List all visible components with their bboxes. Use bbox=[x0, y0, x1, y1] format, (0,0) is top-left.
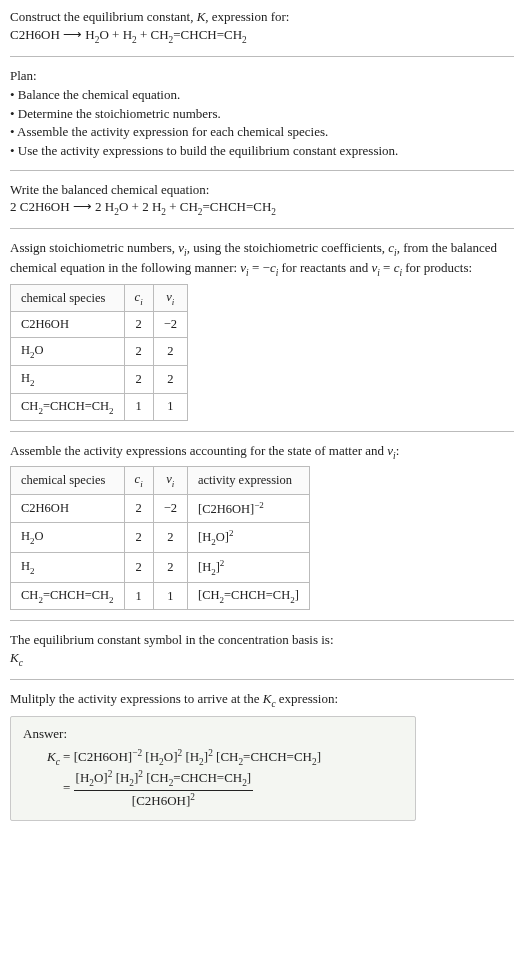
activity-cell: [H2]2 bbox=[187, 552, 309, 582]
ae-exp: 2 bbox=[220, 558, 225, 568]
num: ] bbox=[247, 771, 251, 786]
num: [H bbox=[76, 771, 90, 786]
basis-text: The equilibrium constant symbol in the c… bbox=[10, 631, 514, 649]
eq-lhs: C2H6OH bbox=[10, 27, 60, 42]
ans: [CH bbox=[213, 749, 239, 764]
stoich-text-5: for products: bbox=[402, 260, 472, 275]
fraction-denominator: [C2H6OH]2 bbox=[74, 790, 254, 810]
species-cell: C2H6OH bbox=[11, 495, 125, 523]
eq-sub: 2 bbox=[109, 594, 114, 604]
eq-arrow: ⟶ bbox=[60, 27, 86, 42]
num: [CH bbox=[143, 771, 169, 786]
bal-2: O + 2 H bbox=[119, 199, 161, 214]
ae: [CH bbox=[198, 588, 220, 602]
c-sub: c bbox=[19, 657, 23, 667]
species-cell: H2O bbox=[11, 338, 125, 366]
stoich-text-4: for reactants and bbox=[278, 260, 371, 275]
exp: 2 bbox=[190, 792, 195, 802]
kc-symbol: Kc bbox=[10, 650, 23, 665]
bal-4: =CHCH=CH bbox=[203, 199, 272, 214]
num: [H bbox=[112, 771, 129, 786]
ci-cell: 1 bbox=[124, 393, 153, 421]
col-ci: ci bbox=[124, 284, 153, 312]
num: =CHCH=CH bbox=[173, 771, 242, 786]
k: K bbox=[10, 650, 19, 665]
stoich-eq2: = bbox=[380, 260, 394, 275]
ci-cell: 2 bbox=[124, 338, 153, 366]
ae: =CHCH=CH bbox=[224, 588, 290, 602]
answer-line-1: Kc = [C2H6OH]−2 [H2O]2 [H2]2 [CH2=CHCH=C… bbox=[23, 747, 403, 769]
divider bbox=[10, 620, 514, 621]
den: [C2H6OH] bbox=[132, 793, 191, 808]
ci-cell: 2 bbox=[124, 495, 153, 523]
species-cell: C2H6OH bbox=[11, 312, 125, 338]
species-cell: CH2=CHCH=CH2 bbox=[11, 393, 125, 421]
col-vi: νi bbox=[153, 467, 187, 495]
balanced-equation: 2 C2H6OH ⟶ 2 H2O + 2 H2 + CH2=CHCH=CH2 bbox=[10, 199, 276, 214]
multiply-text-1: Mulitply the activity expressions to arr… bbox=[10, 691, 263, 706]
i-sub: i bbox=[140, 296, 143, 306]
table-row: CH2=CHCH=CH2 1 1 [CH2=CHCH=CH2] bbox=[11, 582, 310, 610]
balanced-title: Write the balanced chemical equation: bbox=[10, 181, 514, 199]
plan-item: Balance the chemical equation. bbox=[10, 86, 514, 104]
vi-cell: 1 bbox=[153, 393, 187, 421]
sp: O bbox=[35, 529, 44, 543]
fraction: [H2O]2 [H2]2 [CH2=CHCH=CH2] [C2H6OH]2 bbox=[74, 768, 254, 809]
ae: O] bbox=[216, 530, 229, 544]
basis-block: The equilibrium constant symbol in the c… bbox=[10, 631, 514, 669]
eq-sub: 2 bbox=[271, 207, 276, 217]
ae-exp: 2 bbox=[229, 528, 234, 538]
divider bbox=[10, 228, 514, 229]
sp: =CHCH=CH bbox=[43, 588, 109, 602]
sp: O bbox=[35, 343, 44, 357]
sp: H bbox=[21, 559, 30, 573]
plan-list: Balance the chemical equation. Determine… bbox=[10, 86, 514, 159]
ae: [H bbox=[198, 530, 211, 544]
activity-cell: [CH2=CHCH=CH2] bbox=[187, 582, 309, 610]
vi-cell: 1 bbox=[153, 582, 187, 610]
col-species: chemical species bbox=[11, 284, 125, 312]
col-species: chemical species bbox=[11, 467, 125, 495]
kc-symbol: Kc bbox=[263, 691, 276, 706]
ci-cell: 2 bbox=[124, 365, 153, 393]
vi-cell: −2 bbox=[153, 312, 187, 338]
ans: O] bbox=[164, 749, 178, 764]
vi-cell: 2 bbox=[153, 365, 187, 393]
activity-cell: [C2H6OH]−2 bbox=[187, 495, 309, 523]
ae: ] bbox=[295, 588, 299, 602]
i-sub: i bbox=[172, 296, 175, 306]
intro-block: Construct the equilibrium constant, K, e… bbox=[10, 8, 514, 46]
bal-3: + CH bbox=[166, 199, 198, 214]
eq-rhs-4: =CHCH=CH bbox=[173, 27, 242, 42]
ans: [H bbox=[182, 749, 199, 764]
table-row: H2 2 2 bbox=[11, 365, 188, 393]
divider bbox=[10, 170, 514, 171]
stoich-text-2: , using the stoichiometric coefficients, bbox=[187, 240, 389, 255]
plan-item: Determine the stoichiometric numbers. bbox=[10, 105, 514, 123]
num: O] bbox=[94, 771, 108, 786]
stoich-eq1: = − bbox=[249, 260, 270, 275]
divider bbox=[10, 56, 514, 57]
sp: =CHCH=CH bbox=[43, 399, 109, 413]
kc-symbol: Kc bbox=[47, 749, 60, 764]
ci-cell: 1 bbox=[124, 582, 153, 610]
k: K bbox=[47, 749, 56, 764]
ae: [C2H6OH] bbox=[198, 502, 254, 516]
species-cell: H2 bbox=[11, 365, 125, 393]
exp: −2 bbox=[132, 748, 142, 758]
eq-sub: 2 bbox=[30, 377, 35, 387]
activity-block: Assemble the activity expressions accoun… bbox=[10, 442, 514, 610]
table-row: H2 2 2 [H2]2 bbox=[11, 552, 310, 582]
sp: H bbox=[21, 529, 30, 543]
fraction-numerator: [H2O]2 [H2]2 [CH2=CHCH=CH2] bbox=[74, 768, 254, 790]
sp: H bbox=[21, 371, 30, 385]
sp: CH bbox=[21, 588, 38, 602]
plan-title: Plan: bbox=[10, 67, 514, 85]
col-ci: ci bbox=[124, 467, 153, 495]
plan-block: Plan: Balance the chemical equation. Det… bbox=[10, 67, 514, 160]
answer-box: Answer: Kc = [C2H6OH]−2 [H2O]2 [H2]2 [CH… bbox=[10, 716, 416, 821]
table-header-row: chemical species ci νi bbox=[11, 284, 188, 312]
intro-text-1: Construct the equilibrium constant, bbox=[10, 9, 197, 24]
divider bbox=[10, 679, 514, 680]
stoich-text-1: Assign stoichiometric numbers, bbox=[10, 240, 178, 255]
